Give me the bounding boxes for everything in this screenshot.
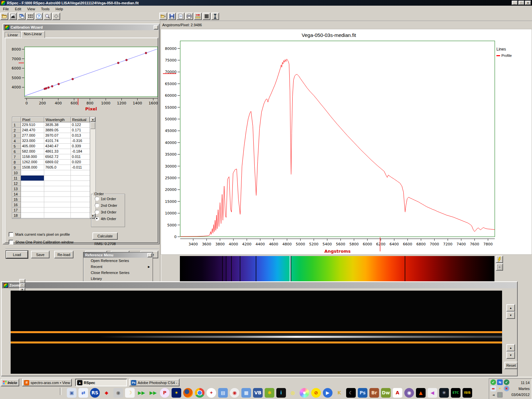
- mark-pixel-checkbox-row[interactable]: Mark current row's pixel on profile: [9, 232, 70, 237]
- table-cell[interactable]: 1508.000: [21, 165, 44, 170]
- row-number[interactable]: 13: [12, 186, 21, 192]
- table-cell[interactable]: 3889.05: [44, 128, 71, 133]
- table-cell[interactable]: [21, 170, 44, 176]
- cd-icon[interactable]: [299, 387, 310, 398]
- table-cell[interactable]: 0.013: [71, 133, 90, 138]
- table-cell[interactable]: 0.020: [71, 160, 90, 165]
- rs-cro-icon[interactable]: RS: [90, 387, 100, 398]
- start-button[interactable]: Inicio: [1, 379, 19, 386]
- zoom-minimize-icon[interactable]: _: [19, 279, 25, 283]
- image-info-icon[interactable]: i: [276, 387, 286, 398]
- camera-telescope-icon[interactable]: ◉: [113, 387, 123, 398]
- zoom-titlebar[interactable]: Zoom _□×: [2, 282, 517, 288]
- scroll-thumb[interactable]: [90, 122, 95, 129]
- table-cell[interactable]: 0.171: [71, 128, 90, 133]
- notepad-icon[interactable]: ▤: [218, 387, 228, 398]
- moon-photo-icon[interactable]: ☾: [346, 387, 356, 398]
- table-cell[interactable]: -0.184: [71, 149, 90, 154]
- mark-pixel-checkbox[interactable]: [9, 232, 13, 237]
- phd-guiding-icon[interactable]: P: [160, 387, 170, 398]
- save-icon[interactable]: [168, 13, 176, 20]
- table-cell[interactable]: [21, 207, 44, 213]
- zoom-marker-line-bottom[interactable]: [11, 341, 502, 343]
- task-rspec[interactable]: ▲RSpec: [75, 379, 127, 386]
- column-header-pixel[interactable]: Pixel: [21, 117, 44, 122]
- row-number[interactable]: 14: [12, 192, 21, 197]
- order-radio-2[interactable]: 2nd Order: [95, 203, 125, 207]
- table-cell[interactable]: 3835.38: [44, 122, 71, 128]
- zoom-up-icon[interactable]: ▲: [506, 304, 515, 312]
- pan-up-icon[interactable]: ▲: [506, 344, 515, 351]
- row-number[interactable]: 1: [12, 122, 21, 128]
- vb-icon[interactable]: VB: [253, 387, 263, 398]
- star2000-icon[interactable]: ✶: [171, 387, 182, 398]
- lightbulb-icon[interactable]: ☀: [497, 386, 503, 391]
- table-cell[interactable]: -0.011: [71, 165, 90, 170]
- firefox-icon[interactable]: [183, 387, 193, 398]
- row-number[interactable]: 17: [12, 207, 21, 213]
- table-cell[interactable]: [44, 202, 71, 207]
- etc-lisa-icon[interactable]: ETC: [451, 387, 461, 398]
- wizard-close-icon[interactable]: ×: [154, 25, 158, 30]
- table-cell[interactable]: [21, 213, 44, 218]
- table-cell[interactable]: -0.316: [71, 138, 90, 144]
- network-error-icon[interactable]: ✖: [504, 386, 509, 391]
- table-cell[interactable]: 323.000: [21, 138, 44, 144]
- zoom-reset-button[interactable]: Reset: [504, 362, 518, 369]
- zoom-icon[interactable]: [44, 13, 52, 20]
- order-radio-4[interactable]: 4th Order: [95, 216, 125, 221]
- pda-sync-icon[interactable]: ▯: [497, 392, 503, 398]
- qt-player-icon[interactable]: ◉: [404, 387, 414, 398]
- menu-item-recent[interactable]: Recent▶: [83, 264, 153, 270]
- open-file-icon[interactable]: [0, 13, 8, 20]
- rspec-app-icon[interactable]: ▲: [416, 387, 426, 398]
- row-number[interactable]: 8: [12, 160, 21, 165]
- menu-help[interactable]: Help: [53, 6, 66, 12]
- my-computer-icon[interactable]: ▣: [66, 387, 77, 398]
- menu-item-library[interactable]: Library: [83, 276, 153, 282]
- zoom-image[interactable]: [11, 291, 502, 374]
- lightning-icon[interactable]: [496, 256, 503, 263]
- table-cell[interactable]: [44, 207, 71, 213]
- globe-ok-icon[interactable]: ✔: [504, 379, 509, 385]
- radio-icon[interactable]: [95, 210, 99, 214]
- row-number[interactable]: 16: [12, 202, 21, 207]
- help-icon[interactable]: ?: [35, 13, 43, 20]
- minimize-icon[interactable]: _: [512, 1, 518, 5]
- pan-down-icon[interactable]: ▼: [506, 351, 515, 359]
- table-cell[interactable]: [44, 186, 71, 192]
- sunflower-icon[interactable]: ✱: [264, 387, 275, 398]
- prism-icon[interactable]: ◀: [427, 387, 438, 398]
- green-arrows2-icon[interactable]: ▶▶: [148, 387, 158, 398]
- row-number[interactable]: 2: [12, 128, 21, 133]
- menu-tools[interactable]: Tools: [38, 6, 53, 12]
- table-cell[interactable]: [71, 202, 90, 207]
- reference-menu-titlebar[interactable]: Reference Menu ×: [83, 252, 153, 258]
- one-point-checkbox-row[interactable]: Show One Point Calibration window: [9, 240, 73, 244]
- selection-icon[interactable]: [496, 263, 503, 271]
- row-number[interactable]: 11: [12, 176, 21, 181]
- radio-icon[interactable]: [95, 197, 99, 201]
- calculator-icon[interactable]: ▦: [241, 387, 251, 398]
- sun-spiral-icon[interactable]: ◎: [288, 387, 298, 398]
- volume-icon[interactable]: ◄: [490, 392, 496, 398]
- load-button[interactable]: Load: [6, 251, 28, 258]
- maximize-icon[interactable]: □: [518, 1, 524, 5]
- scroll-up-icon[interactable]: ▲: [90, 117, 95, 122]
- table-cell[interactable]: 6869.02: [44, 160, 71, 165]
- planetarium-icon[interactable]: ✦: [206, 387, 216, 398]
- sun-symbol-icon[interactable]: ⊘: [311, 387, 321, 398]
- row-number[interactable]: 4: [12, 138, 21, 144]
- menu-view[interactable]: View: [24, 6, 38, 12]
- row-number[interactable]: 9: [12, 165, 21, 170]
- table-cell[interactable]: [21, 176, 44, 181]
- table-cell[interactable]: [71, 207, 90, 213]
- zoom-marker-line-top[interactable]: [11, 331, 502, 333]
- bridge-icon[interactable]: Br: [369, 387, 379, 398]
- task-firefox[interactable]: ffspectro-aras.com • View ...: [22, 379, 72, 386]
- table-cell[interactable]: [21, 192, 44, 197]
- close-icon[interactable]: ×: [525, 1, 531, 5]
- table-cell[interactable]: [71, 170, 90, 176]
- tab-linear[interactable]: Linear: [5, 32, 21, 38]
- tab-non-linear[interactable]: Non-Linear: [21, 31, 45, 38]
